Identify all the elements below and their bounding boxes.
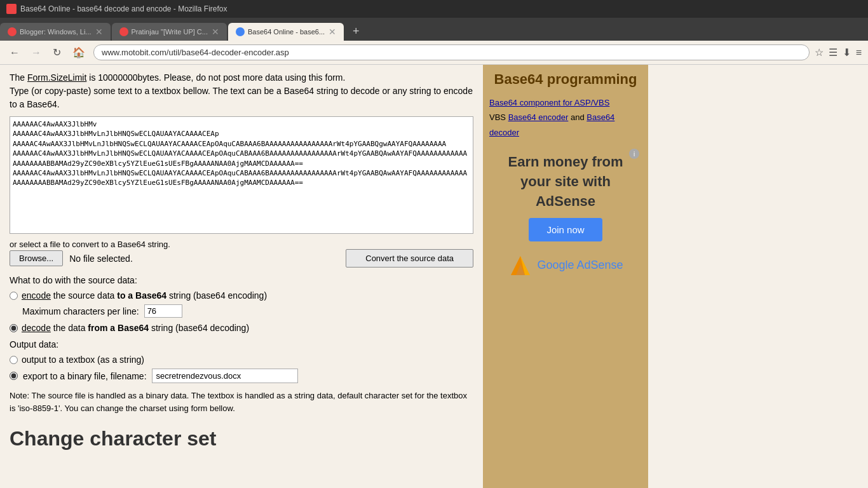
output-export-label[interactable]: export to a binary file, filename:	[23, 371, 147, 381]
encode-text: encode	[22, 290, 51, 301]
forward-button[interactable]: →	[28, 46, 44, 60]
address-bar: ← → ↻ 🏠 ☆ ☰ ⬇ ≡	[0, 41, 868, 65]
tab-label-base64: Base64 Online - base6...	[248, 28, 325, 36]
join-now-button[interactable]: Join now	[529, 218, 602, 241]
encode-radio[interactable]	[10, 292, 18, 300]
decode-radio[interactable]	[10, 324, 18, 332]
max-chars-row: Maximum characters per line:	[22, 304, 473, 318]
export-filename-input[interactable]	[152, 369, 298, 383]
base64-textarea[interactable]: AAAAAAC4AwAAX3JlbHMvLnJlbHNQSwECLQAUAAYA…	[10, 117, 473, 231]
new-tab-button[interactable]: +	[348, 22, 365, 41]
firefox-favicon	[6, 4, 17, 14]
tab-favicon-blogger1	[8, 27, 17, 36]
ad-headline: Earn money from your site with AdSense	[496, 152, 635, 211]
file-select-section: or select a file to convert to a Base64 …	[10, 239, 473, 268]
form-size-limit-text: Form.SizeLimit	[27, 72, 86, 83]
output-textbox-label[interactable]: output to a textbox (as a string)	[22, 355, 144, 365]
menu-icon[interactable]: ≡	[856, 47, 862, 58]
file-select-label: or select a file to convert to a Base64 …	[10, 240, 170, 249]
tab-label-blogger1: Blogger: Windows, Li...	[20, 28, 92, 36]
file-select-row: Browse... No file selected. Convert the …	[10, 249, 473, 268]
tab-label-blogger2: Pratinjau "[Write UP] C...	[132, 28, 208, 36]
page-container: The Form.SizeLimit is 10000000bytes. Ple…	[0, 65, 868, 488]
tab-close-blogger1[interactable]: ✕	[95, 27, 103, 37]
output-textbox-radio[interactable]	[10, 356, 18, 364]
output-section: Output data: output to a textbox (as a s…	[10, 339, 473, 383]
output-file-radio[interactable]	[10, 372, 18, 380]
address-input[interactable]	[93, 44, 810, 60]
tab-blogger1[interactable]: Blogger: Windows, Li... ✕	[0, 23, 111, 41]
adsense-icon	[508, 253, 533, 278]
reader-icon[interactable]: ☰	[829, 46, 837, 58]
tab-close-base64[interactable]: ✕	[329, 27, 336, 37]
encode-radio-row: encode the source data to a Base64 strin…	[10, 290, 473, 301]
adsense-logo: Google AdSense	[496, 253, 635, 278]
tab-base64[interactable]: Base64 Online - base6... ✕	[228, 23, 344, 41]
convert-button[interactable]: Convert the source data	[346, 249, 473, 268]
decode-option-label[interactable]: decode the data from a Base64 string (ba…	[22, 323, 249, 333]
intro-paragraph: The Form.SizeLimit is 10000000bytes. Ple…	[10, 71, 473, 111]
output-export-row: export to a binary file, filename:	[10, 369, 473, 383]
download-icon[interactable]: ⬇	[843, 46, 851, 58]
output-label: Output data:	[10, 339, 473, 349]
decode-radio-row: decode the data from a Base64 string (ba…	[10, 323, 473, 333]
tab-blogger2[interactable]: Pratinjau "[Write UP] C... ✕	[112, 23, 227, 41]
what-to-do-label: What to do with the source data:	[10, 275, 473, 285]
ad-box: i Earn money from your site with AdSense…	[489, 146, 642, 284]
tab-close-blogger2[interactable]: ✕	[212, 27, 219, 37]
main-content: The Form.SizeLimit is 10000000bytes. Ple…	[0, 65, 483, 488]
sidebar: Base64 programming Base64 component for …	[483, 65, 648, 488]
output-textbox-row: output to a textbox (as a string)	[10, 355, 473, 365]
encode-option-label[interactable]: encode the source data to a Base64 strin…	[22, 290, 267, 301]
tab-favicon-blogger2	[119, 27, 128, 36]
sidebar-link-encoder[interactable]: Base64 encoder	[508, 112, 569, 122]
browse-button[interactable]: Browse...	[10, 250, 63, 266]
title-bar: Base64 Online - base64 decode and encode…	[0, 0, 868, 18]
sidebar-link2-prefix: VBS	[489, 112, 508, 122]
adsense-text: Google AdSense	[537, 259, 623, 272]
max-chars-label: Maximum characters per line:	[22, 306, 139, 316]
max-chars-input[interactable]	[144, 304, 182, 318]
ad-info-icon[interactable]: i	[629, 149, 639, 159]
textarea-container: AAAAAAC4AwAAX3JlbHMvLnJlbHNQSwECLQAUAAYA…	[10, 116, 473, 234]
sidebar-links: Base64 component for ASP/VBS VBS Base64 …	[489, 95, 642, 140]
tab-favicon-base64	[236, 27, 245, 36]
bookmark-icon[interactable]: ☆	[815, 46, 824, 58]
sidebar-title: Base64 programming	[489, 71, 642, 88]
adsense-brand: AdSense	[577, 259, 623, 271]
ad-content: Earn money from your site with AdSense J…	[496, 152, 635, 278]
decode-text: decode	[22, 323, 51, 333]
refresh-button[interactable]: ↻	[50, 45, 64, 60]
sidebar-link-asp-vbs[interactable]: Base64 component for ASP/VBS	[489, 98, 609, 107]
note-text: Note: The source file is handled as a bi…	[10, 390, 473, 414]
home-button[interactable]: 🏠	[69, 45, 88, 60]
no-file-label: No file selected.	[69, 254, 133, 264]
back-button[interactable]: ←	[6, 46, 23, 60]
change-charset-heading: Change character set	[10, 427, 473, 451]
sidebar-link2-mid: and	[571, 112, 587, 122]
window-title: Base64 Online - base64 decode and encode…	[20, 4, 227, 13]
options-section: What to do with the source data: encode …	[10, 275, 473, 333]
tab-bar: Blogger: Windows, Li... ✕ Pratinjau "[Wr…	[0, 18, 868, 41]
